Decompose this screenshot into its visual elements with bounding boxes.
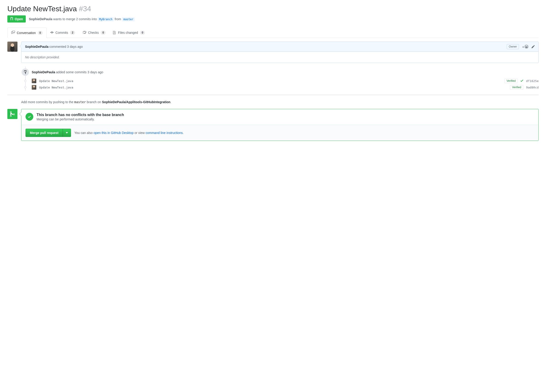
commit-sha[interactable]: df1625e	[526, 79, 539, 83]
tab-label: Checks	[88, 31, 99, 34]
diff-icon	[113, 31, 116, 35]
merge-box: This branch has no conflicts with the ba…	[21, 109, 539, 141]
commit-message[interactable]: Update NewTest.java	[39, 86, 73, 89]
caret-down-icon	[66, 132, 68, 133]
git-commit-icon	[50, 31, 53, 35]
edit-comment-button[interactable]	[532, 45, 535, 48]
pr-number: #34	[79, 5, 91, 13]
avatar[interactable]	[32, 85, 36, 90]
avatar[interactable]	[32, 78, 36, 83]
commit-row: Update NewTest.java Verified df1625e	[21, 78, 539, 84]
merge-subtitle: Merging can be performed automatically.	[37, 118, 124, 121]
commit-sha[interactable]: 9ad80cd	[526, 86, 539, 89]
comment-header: SophieDePaula commented 3 days ago Owner…	[21, 42, 538, 52]
event-time[interactable]: 3 days ago	[88, 70, 104, 74]
comment-author[interactable]: SophieDePaula	[25, 45, 48, 48]
merge-pull-request-button[interactable]: Merge pull request	[26, 129, 63, 137]
commit-dot-icon	[24, 86, 26, 88]
tab-files[interactable]: Files changed 0	[109, 28, 149, 38]
divider	[7, 95, 539, 95]
commit-message[interactable]: Update NewTest.java	[39, 79, 73, 83]
cli-instructions-link[interactable]: command line instructions	[145, 131, 183, 135]
merge-title: This branch has no conflicts with the ba…	[37, 113, 124, 117]
merge-section: This branch has no conflicts with the ba…	[7, 109, 539, 141]
repo-push-icon	[22, 68, 29, 76]
event-author[interactable]: SophieDePaula	[32, 70, 55, 74]
tab-counter: 0	[101, 31, 106, 35]
tab-checks[interactable]: Checks 0	[79, 28, 109, 38]
branch-name: master	[74, 100, 86, 104]
git-pull-request-icon	[10, 17, 13, 21]
tab-label: Conversation	[17, 31, 36, 35]
merge-button-group: Merge pull request	[26, 129, 71, 137]
merge-alt-text: You can also open this in GitHub Desktop…	[74, 131, 184, 135]
comment-discussion-icon	[11, 31, 15, 35]
git-merge-icon	[7, 109, 18, 119]
success-check-icon	[26, 113, 33, 121]
comment-box: SophieDePaula commented 3 days ago Owner…	[21, 42, 539, 63]
add-reaction-button[interactable]: +	[522, 45, 528, 48]
pr-meta: Open SophieDePaula wants to merge 2 comm…	[7, 15, 539, 23]
pr-author[interactable]: SophieDePaula	[29, 17, 52, 21]
owner-badge: Owner	[507, 44, 519, 49]
commit-dot-icon	[24, 80, 26, 82]
status-open-badge: Open	[7, 15, 26, 23]
tab-label: Files changed	[118, 31, 138, 34]
base-branch[interactable]: MyBranch	[98, 17, 114, 21]
head-branch[interactable]: master	[122, 17, 135, 21]
tab-label: Commits	[55, 31, 68, 34]
avatar[interactable]	[7, 42, 18, 52]
timeline: SophieDePaula commented 3 days ago Owner…	[7, 42, 539, 109]
pr-meta-text: SophieDePaula wants to merge 2 commits i…	[29, 17, 135, 21]
open-desktop-link[interactable]: open this in GitHub Desktop	[93, 131, 134, 135]
merge-options-dropdown[interactable]	[63, 129, 71, 137]
comment-body: No description provided.	[21, 52, 538, 63]
repo-name[interactable]: SophieDePaula/Applitools-GitHubIntegrati…	[102, 100, 170, 104]
comment-time[interactable]: 3 days ago	[67, 45, 83, 48]
tab-conversation[interactable]: Conversation 0	[7, 28, 47, 38]
commit-row: Update NewTest.java Verified 9ad80cd	[21, 84, 539, 91]
tab-counter: 0	[38, 31, 43, 35]
check-icon	[520, 79, 523, 83]
pr-title-text: Update NewTest.java	[7, 5, 77, 13]
checklist-icon	[83, 31, 86, 35]
pr-title: Update NewTest.java #34	[7, 5, 539, 13]
commit-events: SophieDePaula added some commits 3 days …	[21, 67, 539, 91]
push-hint: Add more commits by pushing to the maste…	[21, 100, 539, 104]
verified-badge[interactable]: Verified	[510, 85, 523, 90]
tab-commits[interactable]: Commits 2	[47, 28, 79, 38]
commits-added-text: SophieDePaula added some commits 3 days …	[32, 70, 103, 74]
status-label: Open	[15, 17, 23, 21]
tabnav: Conversation 0 Commits 2 Checks 0 Files …	[7, 28, 539, 38]
tab-counter: 0	[140, 31, 145, 35]
verified-badge[interactable]: Verified	[504, 78, 518, 83]
tab-counter: 2	[70, 31, 75, 35]
